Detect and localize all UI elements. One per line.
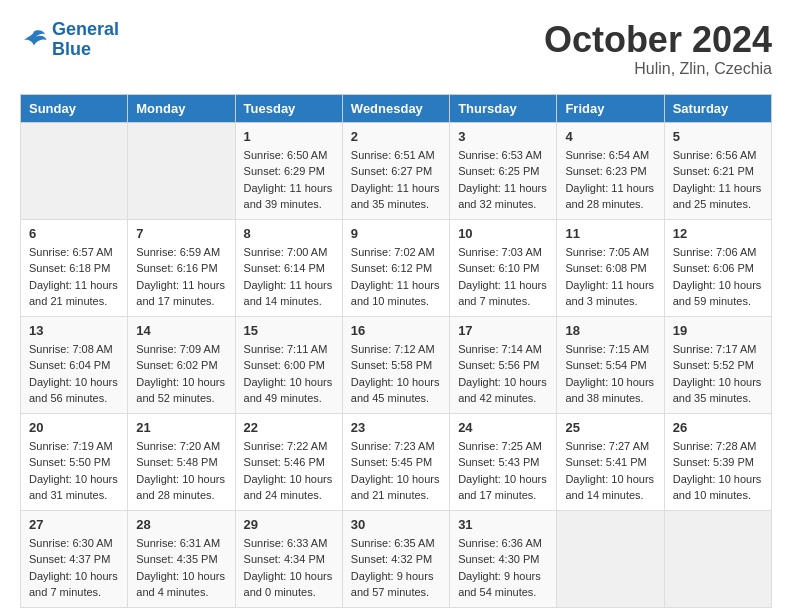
col-header-friday: Friday (557, 94, 664, 122)
month-title: October 2024 (544, 20, 772, 60)
day-number: 27 (29, 517, 119, 532)
calendar-cell: 12Sunrise: 7:06 AM Sunset: 6:06 PM Dayli… (664, 219, 771, 316)
calendar-cell: 18Sunrise: 7:15 AM Sunset: 5:54 PM Dayli… (557, 316, 664, 413)
calendar-cell: 4Sunrise: 6:54 AM Sunset: 6:23 PM Daylig… (557, 122, 664, 219)
day-number: 15 (244, 323, 334, 338)
calendar-cell: 17Sunrise: 7:14 AM Sunset: 5:56 PM Dayli… (450, 316, 557, 413)
calendar-cell: 10Sunrise: 7:03 AM Sunset: 6:10 PM Dayli… (450, 219, 557, 316)
day-detail: Sunrise: 7:12 AM Sunset: 5:58 PM Dayligh… (351, 341, 441, 407)
location: Hulin, Zlin, Czechia (544, 60, 772, 78)
day-number: 23 (351, 420, 441, 435)
calendar-cell: 3Sunrise: 6:53 AM Sunset: 6:25 PM Daylig… (450, 122, 557, 219)
calendar-cell: 31Sunrise: 6:36 AM Sunset: 4:30 PM Dayli… (450, 510, 557, 607)
day-detail: Sunrise: 7:28 AM Sunset: 5:39 PM Dayligh… (673, 438, 763, 504)
calendar-cell: 14Sunrise: 7:09 AM Sunset: 6:02 PM Dayli… (128, 316, 235, 413)
calendar-cell: 15Sunrise: 7:11 AM Sunset: 6:00 PM Dayli… (235, 316, 342, 413)
day-number: 22 (244, 420, 334, 435)
calendar-cell: 24Sunrise: 7:25 AM Sunset: 5:43 PM Dayli… (450, 413, 557, 510)
day-number: 26 (673, 420, 763, 435)
calendar-cell: 20Sunrise: 7:19 AM Sunset: 5:50 PM Dayli… (21, 413, 128, 510)
day-number: 30 (351, 517, 441, 532)
day-detail: Sunrise: 6:33 AM Sunset: 4:34 PM Dayligh… (244, 535, 334, 601)
day-number: 16 (351, 323, 441, 338)
calendar-cell: 1Sunrise: 6:50 AM Sunset: 6:29 PM Daylig… (235, 122, 342, 219)
day-number: 10 (458, 226, 548, 241)
day-number: 4 (565, 129, 655, 144)
day-number: 8 (244, 226, 334, 241)
day-number: 18 (565, 323, 655, 338)
day-detail: Sunrise: 6:59 AM Sunset: 6:16 PM Dayligh… (136, 244, 226, 310)
day-detail: Sunrise: 7:03 AM Sunset: 6:10 PM Dayligh… (458, 244, 548, 310)
day-detail: Sunrise: 7:05 AM Sunset: 6:08 PM Dayligh… (565, 244, 655, 310)
calendar-cell: 9Sunrise: 7:02 AM Sunset: 6:12 PM Daylig… (342, 219, 449, 316)
col-header-saturday: Saturday (664, 94, 771, 122)
day-number: 19 (673, 323, 763, 338)
day-number: 21 (136, 420, 226, 435)
day-detail: Sunrise: 6:54 AM Sunset: 6:23 PM Dayligh… (565, 147, 655, 213)
calendar-cell: 21Sunrise: 7:20 AM Sunset: 5:48 PM Dayli… (128, 413, 235, 510)
title-block: October 2024 Hulin, Zlin, Czechia (544, 20, 772, 78)
calendar-cell: 26Sunrise: 7:28 AM Sunset: 5:39 PM Dayli… (664, 413, 771, 510)
col-header-tuesday: Tuesday (235, 94, 342, 122)
day-detail: Sunrise: 7:02 AM Sunset: 6:12 PM Dayligh… (351, 244, 441, 310)
day-detail: Sunrise: 6:57 AM Sunset: 6:18 PM Dayligh… (29, 244, 119, 310)
calendar-cell: 13Sunrise: 7:08 AM Sunset: 6:04 PM Dayli… (21, 316, 128, 413)
calendar-cell: 8Sunrise: 7:00 AM Sunset: 6:14 PM Daylig… (235, 219, 342, 316)
calendar-cell: 19Sunrise: 7:17 AM Sunset: 5:52 PM Dayli… (664, 316, 771, 413)
day-number: 5 (673, 129, 763, 144)
col-header-sunday: Sunday (21, 94, 128, 122)
week-row-4: 20Sunrise: 7:19 AM Sunset: 5:50 PM Dayli… (21, 413, 772, 510)
day-detail: Sunrise: 7:22 AM Sunset: 5:46 PM Dayligh… (244, 438, 334, 504)
day-detail: Sunrise: 7:08 AM Sunset: 6:04 PM Dayligh… (29, 341, 119, 407)
calendar-cell: 16Sunrise: 7:12 AM Sunset: 5:58 PM Dayli… (342, 316, 449, 413)
calendar-cell (557, 510, 664, 607)
day-detail: Sunrise: 7:20 AM Sunset: 5:48 PM Dayligh… (136, 438, 226, 504)
week-row-3: 13Sunrise: 7:08 AM Sunset: 6:04 PM Dayli… (21, 316, 772, 413)
day-number: 1 (244, 129, 334, 144)
calendar-cell: 5Sunrise: 6:56 AM Sunset: 6:21 PM Daylig… (664, 122, 771, 219)
calendar-cell: 11Sunrise: 7:05 AM Sunset: 6:08 PM Dayli… (557, 219, 664, 316)
day-detail: Sunrise: 6:53 AM Sunset: 6:25 PM Dayligh… (458, 147, 548, 213)
calendar-cell: 25Sunrise: 7:27 AM Sunset: 5:41 PM Dayli… (557, 413, 664, 510)
calendar-cell: 2Sunrise: 6:51 AM Sunset: 6:27 PM Daylig… (342, 122, 449, 219)
day-detail: Sunrise: 7:27 AM Sunset: 5:41 PM Dayligh… (565, 438, 655, 504)
logo-text: General Blue (52, 20, 119, 60)
day-number: 9 (351, 226, 441, 241)
week-row-2: 6Sunrise: 6:57 AM Sunset: 6:18 PM Daylig… (21, 219, 772, 316)
day-detail: Sunrise: 7:11 AM Sunset: 6:00 PM Dayligh… (244, 341, 334, 407)
day-detail: Sunrise: 7:14 AM Sunset: 5:56 PM Dayligh… (458, 341, 548, 407)
day-number: 17 (458, 323, 548, 338)
day-detail: Sunrise: 7:23 AM Sunset: 5:45 PM Dayligh… (351, 438, 441, 504)
calendar-cell: 22Sunrise: 7:22 AM Sunset: 5:46 PM Dayli… (235, 413, 342, 510)
day-number: 2 (351, 129, 441, 144)
day-number: 31 (458, 517, 548, 532)
day-detail: Sunrise: 7:19 AM Sunset: 5:50 PM Dayligh… (29, 438, 119, 504)
week-row-5: 27Sunrise: 6:30 AM Sunset: 4:37 PM Dayli… (21, 510, 772, 607)
day-number: 3 (458, 129, 548, 144)
calendar-cell: 7Sunrise: 6:59 AM Sunset: 6:16 PM Daylig… (128, 219, 235, 316)
day-detail: Sunrise: 6:51 AM Sunset: 6:27 PM Dayligh… (351, 147, 441, 213)
day-detail: Sunrise: 6:56 AM Sunset: 6:21 PM Dayligh… (673, 147, 763, 213)
calendar-cell: 30Sunrise: 6:35 AM Sunset: 4:32 PM Dayli… (342, 510, 449, 607)
day-number: 24 (458, 420, 548, 435)
calendar-cell: 6Sunrise: 6:57 AM Sunset: 6:18 PM Daylig… (21, 219, 128, 316)
day-number: 28 (136, 517, 226, 532)
day-detail: Sunrise: 7:09 AM Sunset: 6:02 PM Dayligh… (136, 341, 226, 407)
col-header-thursday: Thursday (450, 94, 557, 122)
day-number: 14 (136, 323, 226, 338)
logo: General Blue (20, 20, 119, 60)
calendar-cell (128, 122, 235, 219)
day-number: 12 (673, 226, 763, 241)
calendar-cell (21, 122, 128, 219)
day-detail: Sunrise: 6:31 AM Sunset: 4:35 PM Dayligh… (136, 535, 226, 601)
col-header-monday: Monday (128, 94, 235, 122)
day-detail: Sunrise: 7:15 AM Sunset: 5:54 PM Dayligh… (565, 341, 655, 407)
day-detail: Sunrise: 6:36 AM Sunset: 4:30 PM Dayligh… (458, 535, 548, 601)
day-number: 7 (136, 226, 226, 241)
day-number: 29 (244, 517, 334, 532)
logo-bird-icon (20, 26, 48, 54)
day-number: 25 (565, 420, 655, 435)
calendar-table: SundayMondayTuesdayWednesdayThursdayFrid… (20, 94, 772, 608)
week-row-1: 1Sunrise: 6:50 AM Sunset: 6:29 PM Daylig… (21, 122, 772, 219)
day-number: 20 (29, 420, 119, 435)
